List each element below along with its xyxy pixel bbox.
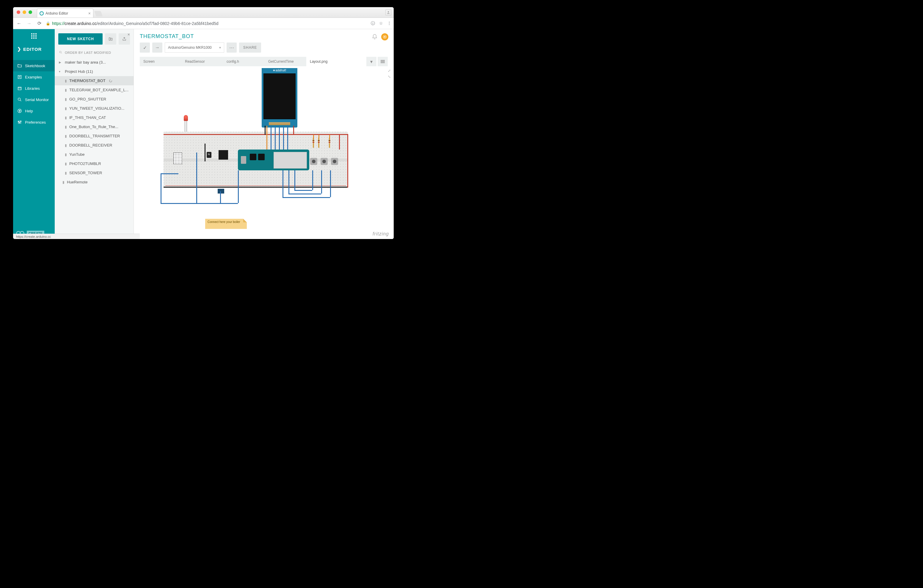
nav-help[interactable]: ? Help xyxy=(13,105,55,117)
tree-folder[interactable]: ▶ maker fair bay area (3... xyxy=(55,57,133,67)
bell-icon[interactable] xyxy=(372,34,378,40)
url-protocol: https:// xyxy=(52,21,64,26)
new-tab-button[interactable] xyxy=(94,11,103,16)
wire xyxy=(205,144,205,161)
tree-file[interactable]: ▮One_Button_To_Rule_The... xyxy=(55,122,133,131)
back-button[interactable]: ← xyxy=(15,20,23,27)
expand-icon[interactable]: ⤢ xyxy=(388,69,391,73)
wire xyxy=(161,203,238,204)
wire xyxy=(238,170,239,203)
site-info-icon[interactable]: ⓘ xyxy=(371,21,375,26)
reload-button[interactable]: ⟳ xyxy=(36,20,43,27)
module-component xyxy=(218,189,224,194)
svg-line-17 xyxy=(61,53,62,54)
file-icon: ▮ xyxy=(65,171,67,175)
wire xyxy=(283,126,284,149)
file-icon: ▮ xyxy=(65,88,67,92)
tree-file[interactable]: ▮ HueRemote xyxy=(55,177,133,187)
nav-examples[interactable]: Examples xyxy=(13,71,55,83)
wire xyxy=(312,170,313,190)
file-icon: ▮ xyxy=(65,116,67,120)
file-tab-config[interactable]: config.h xyxy=(223,57,264,66)
status-url: https://create.arduino.cc xyxy=(16,235,51,238)
verify-button[interactable]: ✓ xyxy=(140,43,150,53)
toolbar: ✓ → Arduino/Genuino MKR1000 ▾ ⋯ SHARE xyxy=(140,43,388,53)
nav-sketchbook[interactable]: Sketchbook xyxy=(13,60,55,71)
tabs-list-button[interactable] xyxy=(378,57,388,66)
tree-file[interactable]: ▮YUN_TWEET_VISUALIZATIO... xyxy=(55,104,133,113)
nav-serial-monitor[interactable]: Serial Monitor xyxy=(13,94,55,105)
transistor-component xyxy=(207,152,212,158)
tree-file[interactable]: ▮DOORBELL_TRANSMITTER xyxy=(55,131,133,141)
tree-label: THERMOSTAT_BOT xyxy=(69,79,105,83)
tft-brand-label: ★adafruit! xyxy=(262,68,297,73)
sensor-component xyxy=(173,153,182,164)
chevron-down-icon: ▾ xyxy=(219,46,221,50)
apps-grid-icon xyxy=(31,33,36,39)
more-menu-button[interactable]: ⋯ xyxy=(227,43,237,53)
wire xyxy=(319,135,319,139)
tree-label: GO_PRO_SHUTTER xyxy=(69,97,106,101)
tree-file[interactable]: ▮YunTube xyxy=(55,150,133,159)
svg-line-7 xyxy=(20,100,21,101)
tree-label: Project Hub (11) xyxy=(65,69,93,74)
url-field[interactable]: 🔒 https://create.arduino.cc/editor/Ardui… xyxy=(46,21,368,26)
wire xyxy=(161,173,178,174)
bookmark-icon[interactable]: ☆ xyxy=(379,21,383,26)
file-tab-screen[interactable]: Screen xyxy=(140,57,181,66)
tree-file[interactable]: ▮ THERMOSTAT_BOT xyxy=(55,76,133,85)
browser-tab[interactable]: Arduino Editor × xyxy=(37,8,94,18)
nav-libraries[interactable]: Libraries xyxy=(13,83,55,94)
nav-label: Libraries xyxy=(25,86,40,91)
panel-close-button[interactable]: × xyxy=(128,32,130,37)
board-select[interactable]: Arduino/Genuino MKR1000 ▾ xyxy=(165,43,224,53)
sort-label: ORDER BY LAST MODIFIED xyxy=(65,51,111,54)
close-tab-button[interactable]: × xyxy=(88,11,91,16)
svg-point-14 xyxy=(19,123,20,123)
close-window-button[interactable] xyxy=(16,10,20,14)
address-bar: ← → ⟳ 🔒 https://create.arduino.cc/editor… xyxy=(13,18,394,29)
tree-file[interactable]: ▮DOORBELL_RECEIVER xyxy=(55,141,133,150)
chevron-right-icon: ❯ xyxy=(17,46,21,52)
browser-window: Arduino Editor × ← → ⟳ 🔒 https://create.… xyxy=(13,7,394,239)
layout-canvas[interactable]: ⤢ ⤡ ★adafruit! xyxy=(134,66,394,239)
file-tab-layout[interactable]: Layout.png xyxy=(306,57,348,66)
tabs-dropdown-button[interactable]: ▾ xyxy=(366,57,376,66)
tft-display-component: ★adafruit! xyxy=(262,68,297,128)
sort-row[interactable]: ORDER BY LAST MODIFIED xyxy=(55,48,133,57)
nav-label: Preferences xyxy=(25,120,46,125)
file-tab-readsensor[interactable]: ReadSensor xyxy=(181,57,223,66)
file-tab-getcurrenttime[interactable]: GetCurrentTime xyxy=(264,57,306,66)
wire xyxy=(196,153,197,203)
new-sketch-button[interactable]: NEW SKETCH xyxy=(58,33,103,44)
tree-file[interactable]: ▮PHOTO2TUMBLR xyxy=(55,159,133,168)
led-component xyxy=(184,115,188,121)
nav-preferences[interactable]: Preferences xyxy=(13,117,55,128)
forward-button[interactable]: → xyxy=(26,20,33,27)
tree-file[interactable]: ▮TELEGRAM_BOT_EXAMPLE_L... xyxy=(55,85,133,95)
tree-folder[interactable]: ▾ Project Hub (11) xyxy=(55,67,133,76)
magnifier-icon xyxy=(17,97,22,102)
share-button[interactable]: SHARE xyxy=(239,43,261,53)
tree-file[interactable]: ▮GO_PRO_SHUTTER xyxy=(55,95,133,104)
board-label: Arduino/Genuino MKR1000 xyxy=(168,46,212,50)
browser-profile-button[interactable] xyxy=(385,10,391,15)
chrome-menu-icon[interactable]: ⋮ xyxy=(387,21,391,26)
tree-file[interactable]: ▮SENSOR_TOWER xyxy=(55,168,133,177)
upload-button[interactable]: → xyxy=(152,43,163,53)
wire xyxy=(329,135,330,139)
wire xyxy=(288,194,321,194)
minimize-window-button[interactable] xyxy=(23,10,26,14)
tree-file[interactable]: ▮IF_THIS_THAN_CAT xyxy=(55,113,133,122)
tree-label: maker fair bay area (3... xyxy=(65,60,106,64)
address-bar-actions: ⓘ ☆ ⋮ xyxy=(371,21,391,26)
import-button[interactable] xyxy=(105,33,116,44)
chevron-right-icon: ▶ xyxy=(59,61,62,64)
mkr1000-component xyxy=(238,149,309,170)
collapse-icon[interactable]: ⤡ xyxy=(388,75,391,79)
search-icon xyxy=(59,51,62,55)
user-avatar[interactable] xyxy=(381,33,388,40)
apps-menu-button[interactable] xyxy=(13,29,55,43)
wire xyxy=(288,170,289,194)
zoom-window-button[interactable] xyxy=(28,10,32,14)
